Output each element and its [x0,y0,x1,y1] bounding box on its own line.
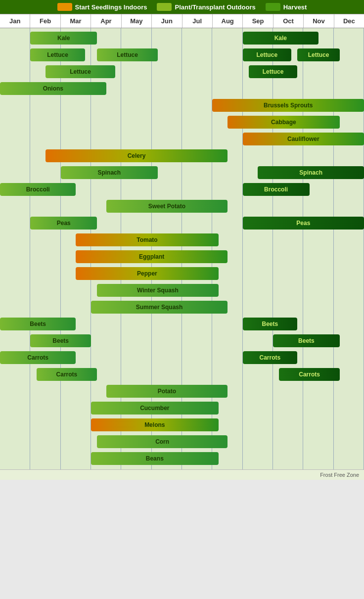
bar-carrots-plant: Carrots [37,368,97,381]
month-feb: Feb [30,14,60,28]
bar-lettuce-plant: Lettuce [97,48,158,61]
bar-cucumber-plant: Cucumber [91,402,219,415]
bar-beets-plant: Beets [0,318,76,330]
month-apr: Apr [91,14,121,28]
bar-broccoli-harvest: Broccoli [243,183,310,196]
bar-beets-plant: Beets [30,334,91,347]
chart-row: CarrotsCarrots [0,367,364,382]
chart-row: KaleKale [0,30,364,46]
bar-beets-harvest: Beets [273,334,340,347]
chart-row: Eggplant [0,249,364,265]
bar-spinach-plant: Spinach [61,166,158,179]
month-may: May [122,14,152,28]
month-dec: Dec [334,14,364,28]
chart-row: Pepper [0,266,364,281]
bar-summer-squash-plant: Summer Squash [91,301,228,314]
chart-row: Onions [0,81,364,96]
month-mar: Mar [61,14,91,28]
legend-item-seedling: Start Seedlings Indoors [57,3,147,11]
bar-lettuce-harvest: Lettuce [249,65,297,78]
legend: Start Seedlings Indoors Plant/Transplant… [0,0,364,14]
chart-row: Celery [0,148,364,164]
legend-item-harvest: Harvest [266,3,307,11]
bar-carrots-harvest: Carrots [279,368,340,381]
legend-label-harvest: Harvest [283,3,307,11]
bar-lettuce-harvest: Lettuce [243,48,291,61]
bar-potato-plant: Potato [106,385,228,398]
bar-peas-plant: Peas [30,217,97,230]
chart-row: LettuceLettuce [0,64,364,80]
bar-lettuce-plant: Lettuce [30,48,85,61]
bar-cauliflower-orange-green: Cauliflower [243,133,364,145]
legend-label-plant: Plant/Transplant Outdoors [175,3,255,11]
bar-beets-harvest: Beets [243,318,297,330]
legend-color-harvest [266,3,280,11]
bar-peas-harvest: Peas [243,217,364,230]
month-aug: Aug [213,14,243,28]
bar-corn-plant: Corn [97,435,228,448]
chart-row: Tomato [0,232,364,248]
bar-beans-plant: Beans [91,452,219,465]
chart-row: LettuceLettuceLettuceLettuce [0,47,364,63]
legend-color-seedling [57,3,72,11]
legend-item-plant: Plant/Transplant Outdoors [157,3,255,11]
chart-area: KaleKaleLettuceLettuceLettuceLettuceLett… [0,28,364,469]
chart-row: Summer Squash [0,299,364,315]
chart-row: Corn [0,434,364,450]
month-nov: Nov [304,14,334,28]
chart-row: BeetsBeets [0,333,364,349]
bar-melons-seedling-to-plant: Melons [91,418,219,431]
chart-row: Cauliflower [0,131,364,147]
bar-carrots-plant: Carrots [0,351,76,364]
bar-broccoli-plant: Broccoli [0,183,76,196]
bar-lettuce-plant: Lettuce [46,65,115,78]
chart-row: Sweet Potato [0,198,364,214]
chart-row: CarrotsCarrots [0,350,364,366]
bar-eggplant-seedling-to-plant: Eggplant [76,250,228,263]
chart-row: BeetsBeets [0,316,364,332]
chart-row: Brussels Sprouts [0,97,364,113]
chart-row: Melons [0,417,364,433]
bar-winter-squash-plant: Winter Squash [97,284,218,297]
chart-row: Beans [0,451,364,466]
bar-cabbage-orange-green: Cabbage [228,116,340,129]
chart-row: Potato [0,383,364,399]
chart-row: Cucumber [0,400,364,416]
bar-kale-plant: Kale [30,32,97,45]
chart-row: Cabbage [0,114,364,130]
month-jul: Jul [182,14,213,28]
footer-note: Frost Free Zone [0,469,364,480]
chart-row: PeasPeas [0,215,364,231]
month-jan: Jan [0,14,30,28]
chart-row: BroccoliBroccoli [0,182,364,197]
bar-sweet-potato-plant: Sweet Potato [106,200,228,213]
bar-tomato-seedling-to-plant: Tomato [76,233,218,246]
month-jun: Jun [152,14,182,28]
chart-row: SpinachSpinach [0,165,364,181]
bar-celery-seedling-to-plant: Celery [46,149,228,162]
chart-row: Winter Squash [0,282,364,298]
bar-carrots-harvest: Carrots [243,351,297,364]
legend-color-plant [157,3,172,11]
chart-container: Start Seedlings Indoors Plant/Transplant… [0,0,364,480]
bar-lettuce-harvest: Lettuce [297,48,340,61]
month-sep: Sep [243,14,273,28]
bar-kale-harvest: Kale [243,32,318,45]
bar-pepper-seedling-to-plant: Pepper [76,267,218,280]
bar-onions-plant: Onions [0,82,106,95]
bar-spinach-harvest: Spinach [258,166,364,179]
month-header: JanFebMarAprMayJunJulAugSepOctNovDec [0,14,364,28]
bar-brussels-sprouts-orange-green: Brussels Sprouts [212,99,364,112]
legend-label-seedling: Start Seedlings Indoors [75,3,147,11]
month-oct: Oct [273,14,304,28]
